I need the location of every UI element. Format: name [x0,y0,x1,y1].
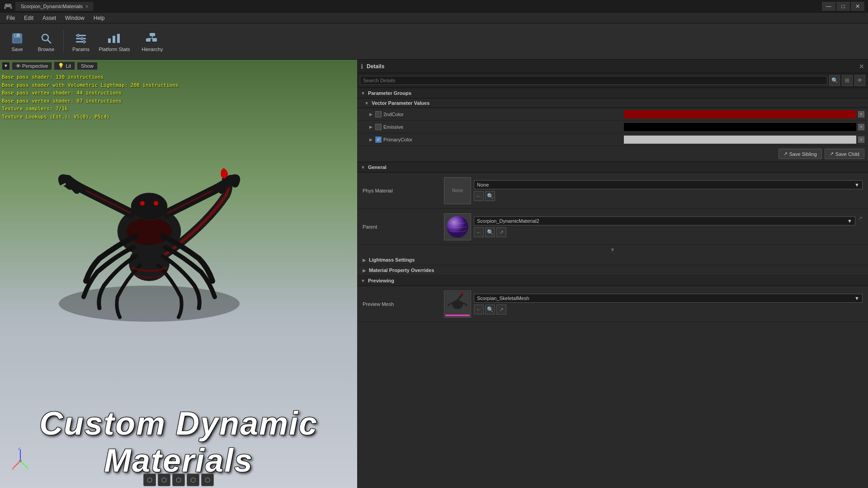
search-submit-button[interactable]: 🔍 [829,75,840,86]
platform-stats-button[interactable]: Platform Stats [96,26,132,57]
preview-mesh-link-button[interactable]: ↗ [496,305,506,314]
general-header[interactable]: ▼ General [357,162,868,173]
phys-material-controls: None ▼ ← 🔍 [474,180,863,201]
bottom-icon-1[interactable]: ⬡ [143,474,156,486]
vector-params-title: Vector Parameter Values [372,100,429,106]
checkbox-emissive[interactable] [375,124,382,130]
parent-link-button[interactable]: ↗ [496,227,506,237]
preview-mesh-search-button[interactable]: 🔍 [485,305,495,314]
swatch-emissive[interactable] [624,123,856,131]
svg-point-36 [447,216,468,238]
active-tab[interactable]: Scorpion_DynamicMaterials × [15,2,94,11]
preview-mesh-back-button[interactable]: ← [474,305,484,314]
value-primarycolor: ▼ [624,136,864,144]
browse-button[interactable]: Browse [33,26,60,57]
stat-line-2: Base pass shader with Volumetric Lightma… [2,81,179,89]
perspective-button[interactable]: 👁 Perspective [12,62,52,70]
svg-point-27 [154,201,158,206]
menu-help[interactable]: Help [89,14,109,22]
save-sibling-button[interactable]: ↗ Save Sibling [778,149,822,159]
hierarchy-icon [145,31,160,46]
checkbox-2ndcolor[interactable] [375,111,382,117]
preview-mesh-value: Scorpian_SkeletalMesh ▼ ← 🔍 ↗ [444,291,863,318]
stat-line-1: Base pass shader: 130 instructions [2,73,179,81]
maximize-button[interactable]: □ [836,2,850,11]
details-close-button[interactable]: ✕ [859,63,864,70]
minimize-button[interactable]: — [822,2,835,11]
svg-text:X: X [12,466,14,470]
parent-external-link[interactable]: ↗ [858,215,863,221]
close-button[interactable]: ✕ [851,2,864,11]
svg-point-26 [140,201,145,206]
browse-icon [39,31,53,46]
details-info-icon: ℹ [361,63,363,70]
param-row-primarycolor: ▶ PrimaryColor ▼ [357,133,868,146]
expand-primarycolor[interactable]: ▶ [368,137,373,142]
parameter-groups-arrow: ▼ [361,91,365,96]
parent-label: Parent [363,224,444,230]
lightmass-label: Lightmass Settings [369,257,415,263]
phys-material-value: None None ▼ ← 🔍 [444,177,863,204]
params-icon [74,31,88,46]
column-view-button[interactable]: ⊞ [842,75,853,86]
param-row-2ndcolor: ▶ 2ndColor ▼ [357,108,868,121]
hierarchy-label: Hierarchy [142,47,163,52]
scorpion-svg [23,87,294,358]
preview-mesh-label: Preview Mesh [363,301,444,307]
parent-value: Scorpion_DynamicMaterial2 ▼ ← 🔍 ↗ ↗ [444,213,863,240]
viewport-bottom-controls: ⬡ ⬡ ⬡ ⬡ ⬡ [143,474,214,486]
material-property-overrides-row[interactable]: ▶ Material Property Overrides [357,265,868,276]
menu-edit[interactable]: Edit [19,14,38,22]
svg-rect-18 [146,38,151,42]
swatch-expand-primarycolor[interactable]: ▼ [858,136,864,143]
save-child-label: Save Child [835,151,859,157]
parent-back-button[interactable]: ← [474,227,484,237]
phys-material-dropdown[interactable]: None ▼ [474,180,863,189]
parent-dropdown-value: Scorpion_DynamicMaterial2 [477,218,539,224]
expand-emissive[interactable]: ▶ [368,124,373,130]
expand-2ndcolor[interactable]: ▶ [368,112,373,117]
lit-icon: 💡 [58,63,64,69]
swatch-2ndcolor[interactable] [624,110,856,118]
swatch-primarycolor[interactable] [624,136,856,144]
parent-search-button[interactable]: 🔍 [485,227,495,237]
save-child-button[interactable]: ↗ Save Child [825,149,864,159]
swatch-expand-emissive[interactable]: ▼ [858,124,864,130]
phys-material-search-button[interactable]: 🔍 [485,191,495,201]
lit-button[interactable]: 💡 Lit [54,61,75,70]
checkbox-primarycolor[interactable] [375,136,382,143]
phys-material-row: Phys Material None None ▼ ← 🔍 [357,173,868,209]
show-button[interactable]: Show [77,62,98,70]
swatch-expand-2ndcolor[interactable]: ▼ [858,111,864,117]
parent-controls: Scorpion_DynamicMaterial2 ▼ ← 🔍 ↗ [474,216,855,237]
bottom-icon-2[interactable]: ⬡ [158,474,170,486]
parent-dropdown[interactable]: Scorpion_DynamicMaterial2 ▼ [474,216,855,225]
menu-window[interactable]: Window [61,14,89,22]
menu-file[interactable]: File [2,14,19,22]
save-button[interactable]: Save [4,26,31,57]
menu-asset[interactable]: Asset [38,14,61,22]
lightmass-settings-row[interactable]: ▶ Lightmass Settings [357,255,868,265]
toolbar: Save Browse Params [0,23,868,60]
parent-asset-controls: ← 🔍 ↗ [474,227,855,237]
bottom-icon-3[interactable]: ⬡ [172,474,185,486]
previewing-header[interactable]: ▼ Previewing [357,276,868,286]
bottom-icon-5[interactable]: ⬡ [201,474,214,486]
hierarchy-button[interactable]: Hierarchy [134,26,170,57]
details-header: ℹ Details ✕ [357,60,868,73]
params-button[interactable]: Params [67,26,94,57]
overlay-title: Custom Dynamic Materials [0,405,357,479]
svg-rect-19 [152,38,157,42]
search-input[interactable] [360,76,827,85]
parent-thumbnail [444,213,471,240]
bottom-icon-4[interactable]: ⬡ [187,474,199,486]
general-arrow: ▼ [361,165,365,170]
phys-material-back-button[interactable]: ← [474,191,484,201]
eye-view-button[interactable]: 👁 [854,75,865,86]
tab-close-icon[interactable]: × [85,4,88,9]
parameter-groups-header[interactable]: ▼ Parameter Groups [357,88,868,99]
viewport-dropdown-button[interactable]: ▼ [2,62,10,70]
vector-params-header[interactable]: ▼ Vector Parameter Values [357,99,868,108]
preview-mesh-dropdown[interactable]: Scorpian_SkeletalMesh ▼ [474,294,863,303]
viewport[interactable]: ▼ 👁 Perspective 💡 Lit Show Base pass sha… [0,60,357,488]
